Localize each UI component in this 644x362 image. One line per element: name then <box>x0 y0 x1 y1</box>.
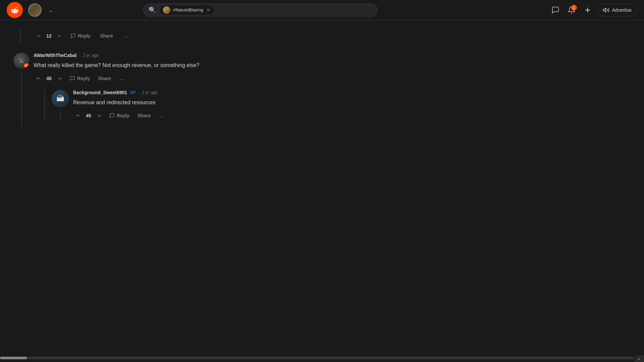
scrollbar-track <box>0 357 634 359</box>
comment-block-2: 🏔 Background_Sweet6901 OP · 2 yr. ago <box>52 90 389 120</box>
downvote-button-1[interactable] <box>55 32 64 40</box>
comment-meta-2: Background_Sweet6901 OP · 2 yr. ago <box>73 90 389 95</box>
comment-content-2: Background_Sweet6901 OP · 2 yr. ago Reve… <box>73 90 389 120</box>
username-2[interactable]: Background_Sweet6901 <box>73 90 127 95</box>
avatar-sweet6901[interactable]: 🏔 <box>52 90 69 107</box>
username-1[interactable]: AWarWithTheCabal <box>34 53 76 58</box>
comment-text-1: What really killed the game? Not enough … <box>34 61 389 69</box>
header: ⌄ 🔍 r/NarutoBlazing ✕ 1 <box>0 0 644 20</box>
thread-line-2 <box>60 109 61 120</box>
comment-thread: 12 Reply Share … <box>0 27 402 127</box>
nested-comment: 🏔 Background_Sweet6901 OP · 2 yr. ago <box>44 90 389 120</box>
vote-count-1: 12 <box>46 33 52 39</box>
karma-badge: 99 <box>23 63 30 69</box>
search-bar[interactable]: 🔍 r/NarutoBlazing ✕ <box>143 3 378 17</box>
more-options-comment2[interactable]: … <box>156 111 168 120</box>
comment-content-1: AWarWithTheCabal · 2 yr. ago What really… <box>34 53 389 127</box>
thread-line-1 <box>21 70 22 127</box>
user-avatar[interactable] <box>28 3 42 17</box>
upvote-button-1[interactable] <box>34 32 43 40</box>
svg-marker-3 <box>603 8 606 12</box>
comment-text-2: Revenue and redirected resources <box>73 99 389 107</box>
reply-button-comment1[interactable]: Reply <box>67 74 93 83</box>
clear-search-button[interactable]: ✕ <box>206 7 211 13</box>
comment-meta-1: AWarWithTheCabal · 2 yr. ago <box>34 53 389 58</box>
subreddit-name: r/NarutoBlazing <box>173 7 203 12</box>
downvote-comment1[interactable] <box>55 74 64 83</box>
first-comment-actions: 12 Reply Share … <box>20 27 389 45</box>
main-content: 12 Reply Share … <box>0 20 402 142</box>
vote-count-comment1: 45 <box>46 76 52 81</box>
chat-button[interactable] <box>549 3 562 17</box>
search-icon: 🔍 <box>149 6 156 14</box>
vote-count-comment2: 45 <box>85 113 92 118</box>
vote-group-comment2: 45 Reply <box>73 111 389 120</box>
account-dropdown-button[interactable]: ⌄ <box>47 5 55 15</box>
share-button-1[interactable]: Share <box>97 31 116 41</box>
avatar-awarwiththecabal[interactable]: 99 <box>13 53 30 69</box>
share-button-comment2[interactable]: Share <box>135 111 153 120</box>
share-button-comment1[interactable]: Share <box>95 74 114 83</box>
avatar-col-1: 99 <box>13 53 30 127</box>
vote-group-1: 12 <box>34 32 64 40</box>
subreddit-icon <box>163 6 170 14</box>
reply-button-comment2[interactable]: Reply <box>107 111 132 120</box>
downvote-comment2[interactable] <box>95 111 104 120</box>
avatar-col-2: 🏔 <box>52 90 69 120</box>
vote-group-comment1: 45 Reply Share … <box>34 73 389 83</box>
advertise-button[interactable]: Advertise <box>597 4 637 16</box>
advertise-label: Advertise <box>612 7 632 13</box>
more-options-button-1[interactable]: … <box>120 31 132 41</box>
scrollbar-thumb[interactable] <box>0 357 27 359</box>
upvote-comment1[interactable] <box>34 74 43 83</box>
reply-button-1[interactable]: Reply <box>68 31 93 41</box>
comment-block-1: 99 AWarWithTheCabal · 2 yr. ago What rea… <box>13 53 389 127</box>
reddit-logo[interactable] <box>7 2 23 18</box>
op-tag: OP <box>130 90 136 95</box>
create-post-button[interactable] <box>581 3 594 17</box>
header-actions: 1 Advertise <box>549 3 637 17</box>
timestamp-2: 2 yr. ago <box>142 90 158 95</box>
more-options-comment1[interactable]: … <box>116 73 128 83</box>
upvote-comment2[interactable] <box>73 111 83 120</box>
subreddit-pill: r/NarutoBlazing ✕ <box>159 5 215 15</box>
notification-badge: 1 <box>571 5 577 11</box>
timestamp-1: 2 yr. ago <box>83 53 99 58</box>
scrollbar-right-arrow[interactable]: ► <box>635 355 644 362</box>
notifications-button[interactable]: 1 <box>565 3 578 17</box>
